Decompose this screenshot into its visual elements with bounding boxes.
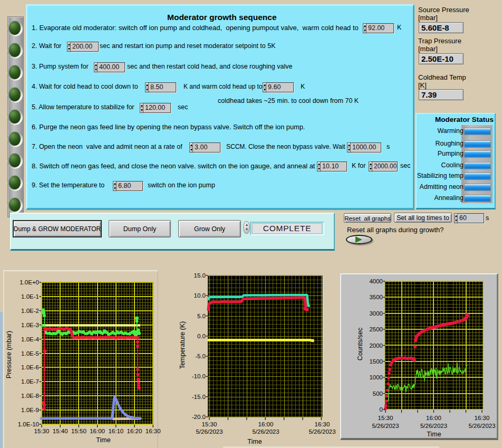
svg-text:16:00: 16:00 xyxy=(258,421,274,427)
svg-text:16:00: 16:00 xyxy=(90,428,105,434)
svg-text:15:50: 15:50 xyxy=(71,428,86,434)
svg-text:16:30: 16:30 xyxy=(146,428,161,434)
svg-text:16:30: 16:30 xyxy=(315,421,330,427)
svg-text:Temperature (K): Temperature (K) xyxy=(179,321,186,369)
svg-text:1500: 1500 xyxy=(369,358,383,365)
svg-text:4000: 4000 xyxy=(369,278,383,284)
svg-text:1.0E-5: 1.0E-5 xyxy=(21,350,39,357)
svg-text:Time: Time xyxy=(96,436,110,444)
svg-text:1.0E-8: 1.0E-8 xyxy=(21,393,39,399)
svg-text:-15.0: -15.0 xyxy=(192,394,206,400)
svg-text:-20.0: -20.0 xyxy=(192,414,206,420)
svg-text:5/26/2023: 5/26/2023 xyxy=(420,423,447,429)
svg-text:0.0: 0.0 xyxy=(197,333,206,339)
svg-text:1.0E-4: 1.0E-4 xyxy=(21,336,39,342)
svg-text:1.0E-10: 1.0E-10 xyxy=(18,421,39,427)
svg-text:3500: 3500 xyxy=(369,294,383,300)
svg-text:1.0E-6: 1.0E-6 xyxy=(21,364,39,370)
svg-text:15:30: 15:30 xyxy=(378,415,393,421)
svg-text:2000: 2000 xyxy=(369,342,383,349)
svg-text:Pressure (mbar): Pressure (mbar) xyxy=(5,331,13,378)
svg-text:Time: Time xyxy=(427,431,441,438)
svg-text:16:20: 16:20 xyxy=(127,428,142,434)
svg-text:1.0E-7: 1.0E-7 xyxy=(21,378,39,385)
svg-text:-10.0: -10.0 xyxy=(192,373,206,379)
svg-text:1.0E-1: 1.0E-1 xyxy=(21,293,39,300)
svg-text:5/26/2023: 5/26/2023 xyxy=(372,423,399,429)
svg-text:3000: 3000 xyxy=(369,310,383,317)
svg-text:16:10: 16:10 xyxy=(108,428,123,434)
svg-text:0: 0 xyxy=(380,406,383,413)
svg-text:16:30: 16:30 xyxy=(475,415,490,421)
svg-text:5/26/2023: 5/26/2023 xyxy=(468,423,495,429)
svg-text:16:00: 16:00 xyxy=(426,415,441,421)
svg-text:1.0E-3: 1.0E-3 xyxy=(21,322,39,328)
svg-text:15:30: 15:30 xyxy=(34,428,50,434)
svg-text:5/26/2023: 5/26/2023 xyxy=(252,428,279,435)
svg-text:1.0E-9: 1.0E-9 xyxy=(21,407,39,413)
svg-text:5.0: 5.0 xyxy=(197,313,206,319)
svg-text:10.0: 10.0 xyxy=(194,292,206,299)
svg-text:5/26/2023: 5/26/2023 xyxy=(308,428,335,435)
svg-text:-5.0: -5.0 xyxy=(195,353,206,359)
svg-text:2500: 2500 xyxy=(369,326,383,332)
svg-text:5/26/2023: 5/26/2023 xyxy=(196,428,223,435)
svg-text:500: 500 xyxy=(373,390,383,397)
svg-text:1.0E+0: 1.0E+0 xyxy=(20,279,39,285)
svg-text:15:30: 15:30 xyxy=(202,421,217,427)
svg-text:1.0E-2: 1.0E-2 xyxy=(21,308,39,314)
svg-text:15:40: 15:40 xyxy=(53,428,68,434)
svg-text:15.0: 15.0 xyxy=(194,272,206,279)
svg-text:Counts/sec: Counts/sec xyxy=(356,328,364,361)
svg-text:1000: 1000 xyxy=(369,374,383,380)
svg-text:Time: Time xyxy=(247,438,262,445)
